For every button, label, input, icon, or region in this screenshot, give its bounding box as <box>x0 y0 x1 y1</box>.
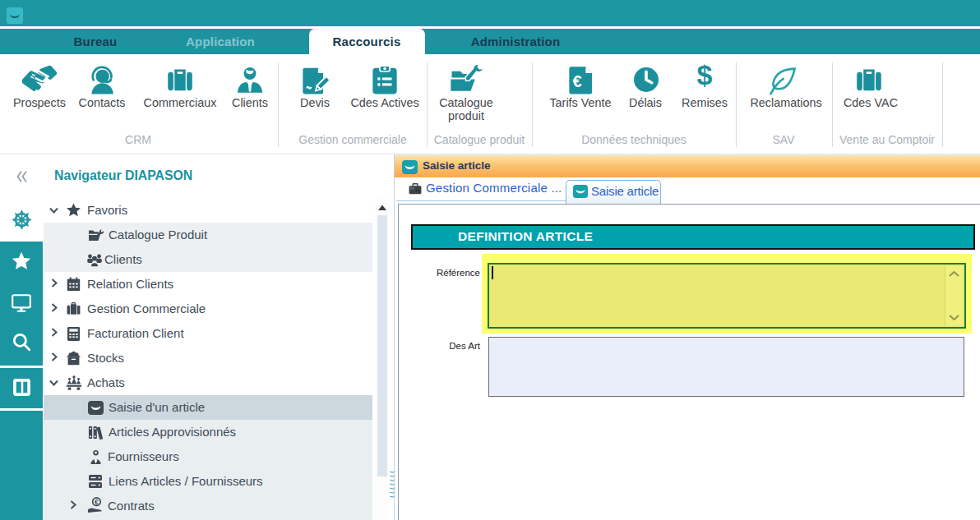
svg-text:€: € <box>95 498 99 506</box>
svg-text:€: € <box>573 71 582 90</box>
